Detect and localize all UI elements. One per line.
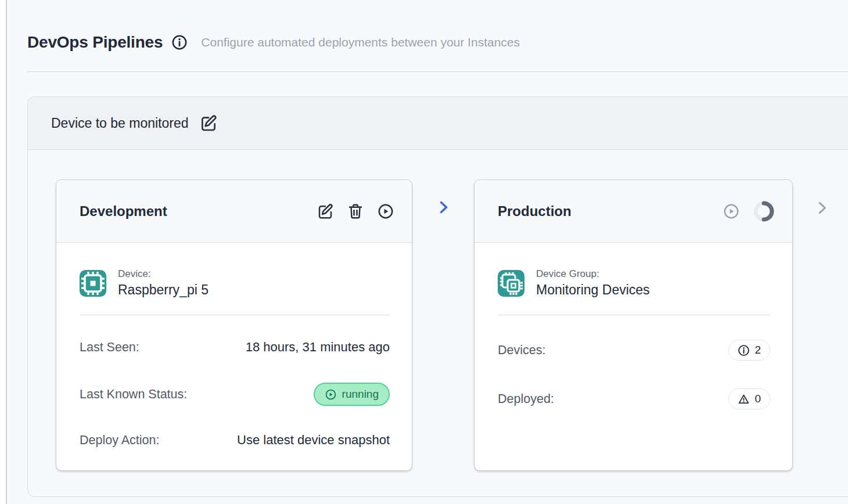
card-divider bbox=[80, 315, 390, 315]
running-status-text: running bbox=[342, 388, 379, 401]
device-name: Raspberry_pi 5 bbox=[118, 282, 209, 298]
deployed-count: 0 bbox=[754, 393, 761, 405]
header-divider bbox=[27, 71, 848, 72]
panel-title: Device to be monitored bbox=[51, 116, 189, 131]
cpu-chip-icon bbox=[80, 270, 106, 297]
run-icon[interactable] bbox=[377, 203, 394, 220]
page-subtitle: Configure automated deployments between … bbox=[201, 35, 520, 49]
info-circle-icon bbox=[738, 344, 750, 357]
development-card-actions bbox=[317, 203, 394, 220]
delete-icon[interactable] bbox=[347, 203, 364, 220]
pipeline-panel: Device to be monitored Development bbox=[27, 96, 848, 497]
pipeline-body: Development bbox=[28, 150, 848, 471]
last-seen-label: Last Seen: bbox=[80, 340, 139, 355]
edit-panel-title-button[interactable] bbox=[199, 114, 218, 132]
last-known-status-row: Last Known Status: running bbox=[80, 383, 390, 406]
production-card-actions bbox=[723, 200, 775, 222]
devices-count-badge[interactable]: 2 bbox=[728, 340, 770, 361]
deploy-action-row: Deploy Action: Use latest device snapsho… bbox=[80, 433, 390, 448]
deploy-action-label: Deploy Action: bbox=[80, 433, 159, 448]
device-label: Device: bbox=[118, 268, 209, 280]
run-disabled-icon[interactable] bbox=[723, 203, 740, 220]
page-title: DevOps Pipelines bbox=[27, 32, 163, 53]
page-header: DevOps Pipelines Configure automated dep… bbox=[27, 32, 848, 53]
production-card-body: Device Group: Monitoring Devices Devices… bbox=[475, 243, 792, 409]
development-card-title: Development bbox=[80, 203, 167, 219]
last-seen-value: 18 hours, 31 minutes ago bbox=[246, 340, 390, 355]
info-icon[interactable] bbox=[171, 34, 188, 51]
devices-count: 2 bbox=[754, 344, 761, 357]
devops-pipelines-page: DevOps Pipelines Configure automated dep… bbox=[6, 0, 848, 504]
panel-scroll-area bbox=[793, 179, 848, 217]
pipeline-arrow-icon bbox=[435, 199, 451, 215]
production-card-title: Production bbox=[498, 203, 572, 219]
play-circle-icon bbox=[325, 388, 337, 401]
last-known-status-label: Last Known Status: bbox=[80, 387, 187, 402]
warning-triangle-icon bbox=[738, 393, 750, 405]
device-group-label: Device Group: bbox=[536, 268, 650, 280]
production-card-header: Production bbox=[475, 180, 792, 243]
production-card: Production bbox=[474, 179, 793, 471]
running-status-badge: running bbox=[314, 383, 390, 406]
development-card-header: Development bbox=[56, 180, 412, 243]
device-row: Device: Raspberry_pi 5 bbox=[80, 268, 390, 298]
panel-header: Device to be monitored bbox=[28, 97, 848, 150]
cpu-chip-stack-icon bbox=[498, 270, 524, 297]
deploy-action-value: Use latest device snapshot bbox=[237, 433, 390, 448]
devices-label: Devices: bbox=[498, 343, 545, 358]
deployed-label: Deployed: bbox=[498, 392, 554, 406]
deployed-count-badge[interactable]: 0 bbox=[728, 388, 770, 409]
card-divider bbox=[498, 315, 770, 315]
last-seen-row: Last Seen: 18 hours, 31 minutes ago bbox=[80, 340, 390, 355]
development-card: Development bbox=[56, 179, 412, 471]
pipeline-flow bbox=[412, 179, 474, 215]
deployed-row: Deployed: 0 bbox=[498, 388, 770, 409]
loading-spinner-icon bbox=[753, 200, 775, 222]
chevron-right-icon[interactable] bbox=[813, 199, 831, 217]
device-group-name: Monitoring Devices bbox=[536, 282, 650, 298]
device-group-row: Device Group: Monitoring Devices bbox=[498, 268, 770, 298]
devices-row: Devices: 2 bbox=[498, 340, 770, 361]
development-card-body: Device: Raspberry_pi 5 Last Seen: 18 hou… bbox=[56, 243, 412, 448]
edit-icon[interactable] bbox=[317, 203, 334, 220]
